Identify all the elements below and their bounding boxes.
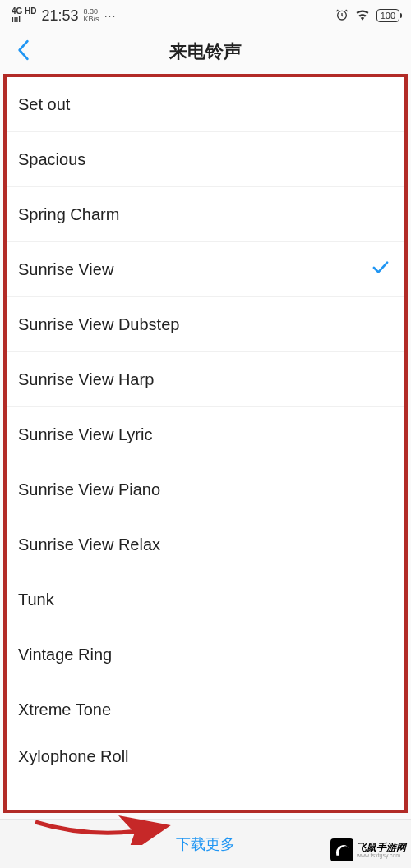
download-more-button[interactable]: 下载更多 — [176, 834, 235, 854]
ringtone-item[interactable]: Sunrise View Piano — [7, 462, 404, 517]
ringtone-name: Tunk — [18, 590, 54, 609]
status-time: 21:53 — [42, 7, 79, 25]
ringtone-name: Xtreme Tone — [18, 700, 111, 719]
ringtone-item[interactable]: Tunk — [7, 572, 404, 627]
status-speed: 8.30 KB/s — [84, 8, 99, 23]
ringtone-name: Spacious — [18, 150, 85, 169]
ringtone-name: Set out — [18, 95, 70, 114]
ringtone-item[interactable]: Sunrise View Relax — [7, 517, 404, 572]
ringtone-item[interactable]: Sunrise View Harp — [7, 352, 404, 407]
status-bar: 4G HD ıııl 21:53 8.30 KB/s ··· 100 — [0, 0, 411, 31]
footer-bar: 下载更多 — [0, 819, 411, 868]
ringtone-item[interactable]: Xylophone Roll — [7, 737, 404, 778]
network-indicator: 4G HD ıııl — [12, 7, 37, 24]
ringtone-item[interactable]: Xtreme Tone — [7, 682, 404, 737]
check-icon — [372, 259, 390, 280]
ringtone-list: Set outSpaciousSpring CharmSunrise ViewS… — [7, 77, 404, 778]
page-title: 来电铃声 — [0, 39, 411, 64]
ringtone-item[interactable]: Sunrise View Dubstep — [7, 297, 404, 352]
ringtone-item[interactable]: Set out — [7, 77, 404, 132]
ringtone-list-highlight-box: Set outSpaciousSpring CharmSunrise ViewS… — [3, 74, 408, 813]
speed-unit: KB/s — [84, 16, 99, 23]
status-left: 4G HD ıııl 21:53 8.30 KB/s ··· — [12, 7, 116, 25]
ringtone-item[interactable]: Sunrise View Lyric — [7, 407, 404, 462]
ringtone-item[interactable]: Sunrise View — [7, 242, 404, 297]
ringtone-name: Xylophone Roll — [18, 747, 129, 766]
ringtone-item[interactable]: Spacious — [7, 132, 404, 187]
ringtone-name: Sunrise View Piano — [18, 480, 160, 499]
ringtone-name: Spring Charm — [18, 205, 119, 224]
ringtone-name: Vintage Ring — [18, 645, 112, 664]
back-button[interactable] — [12, 34, 35, 69]
alarm-icon — [335, 8, 349, 24]
status-right: 100 — [335, 8, 399, 24]
wifi-icon — [355, 9, 370, 23]
chevron-left-icon — [16, 39, 30, 61]
status-more-dots: ··· — [104, 9, 117, 22]
ringtone-item[interactable]: Spring Charm — [7, 187, 404, 242]
ringtone-name: Sunrise View Dubstep — [18, 315, 179, 334]
ringtone-name: Sunrise View Harp — [18, 370, 154, 389]
ringtone-name: Sunrise View — [18, 260, 113, 279]
ringtone-item[interactable]: Vintage Ring — [7, 627, 404, 682]
ringtone-name: Sunrise View Lyric — [18, 425, 152, 444]
header: 来电铃声 — [0, 31, 411, 72]
signal-bars: ıııl — [12, 16, 37, 24]
ringtone-name: Sunrise View Relax — [18, 535, 160, 554]
battery-indicator: 100 — [376, 9, 399, 22]
